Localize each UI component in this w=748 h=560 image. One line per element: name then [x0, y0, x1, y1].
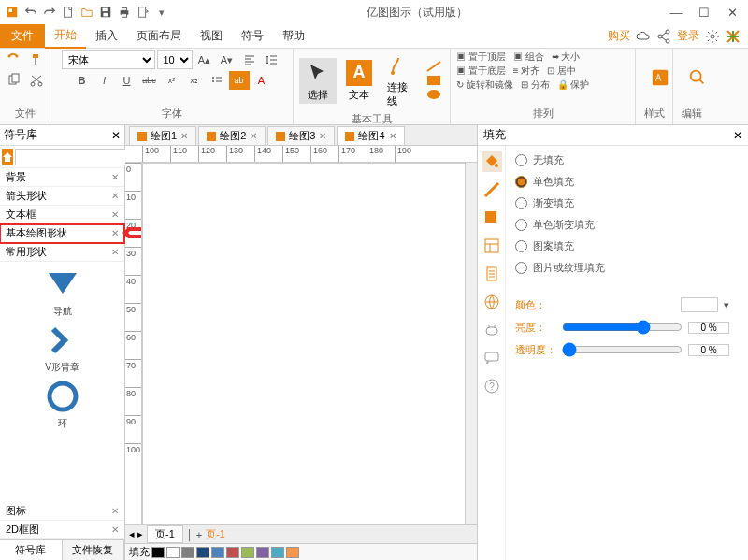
help-tab-icon[interactable]: ? [482, 376, 502, 396]
copy-icon[interactable] [4, 71, 24, 90]
group-button[interactable]: ▣ 组合 [513, 50, 544, 64]
menu-help[interactable]: 帮助 [273, 24, 314, 48]
paste-icon[interactable] [4, 50, 24, 69]
print-icon[interactable] [116, 4, 133, 21]
shape-chevron[interactable]: V形臂章 [44, 322, 81, 374]
swatch[interactable] [241, 547, 254, 558]
bullets-icon[interactable] [207, 71, 227, 90]
minimize-button[interactable]: — [664, 3, 688, 22]
cat-background[interactable]: 背景✕ [0, 168, 124, 187]
share-icon[interactable] [656, 29, 671, 44]
select-tool[interactable]: 选择 [299, 58, 337, 104]
edit-button[interactable] [679, 63, 716, 93]
menu-symbol[interactable]: 符号 [232, 24, 273, 48]
brightness-slider[interactable] [562, 320, 683, 335]
swatch[interactable] [271, 547, 284, 558]
swatch[interactable] [286, 547, 299, 558]
cat-basic-shapes[interactable]: 基本绘图形状✕ [0, 224, 124, 243]
image-tab-icon[interactable] [482, 292, 502, 312]
swatch[interactable] [196, 547, 209, 558]
fill-tab-icon[interactable] [482, 151, 502, 172]
buy-link[interactable]: 购买 [608, 28, 630, 44]
comment-tab-icon[interactable] [482, 348, 502, 368]
menu-insert[interactable]: 插入 [86, 24, 127, 48]
font-size-select[interactable]: 10 [157, 50, 193, 69]
home-icon[interactable] [2, 149, 13, 165]
protect-button[interactable]: 🔒 保护 [557, 79, 590, 92]
shape-navigation[interactable]: 导航 [44, 266, 81, 318]
opacity-slider[interactable] [562, 342, 683, 357]
redo-icon[interactable] [41, 4, 58, 21]
doc-tab-3[interactable]: 绘图3✕ [267, 126, 335, 145]
superscript-button[interactable]: x² [162, 71, 182, 90]
layout-tab-icon[interactable] [482, 236, 502, 256]
shape-ellipse-icon[interactable] [426, 89, 441, 100]
bring-front-button[interactable]: ▣ 置于顶层 [456, 50, 506, 64]
swatch[interactable] [226, 547, 239, 558]
gear-icon[interactable] [705, 29, 720, 44]
doc-tab-4[interactable]: 绘图4✕ [337, 126, 404, 145]
line-tab-icon[interactable] [482, 179, 502, 200]
shrink-font-icon[interactable]: A▾ [217, 50, 237, 69]
cat-common-shapes[interactable]: 常用形状✕ [0, 243, 124, 262]
fill-opt-gradient[interactable]: 渐变填充 [515, 196, 729, 210]
size-button[interactable]: ⬌ 大小 [552, 50, 581, 64]
menu-pagelayout[interactable]: 页面布局 [127, 24, 191, 48]
page-tab-active[interactable]: 页-1 [206, 527, 225, 541]
swatch[interactable] [211, 547, 224, 558]
cat-2d-blocks[interactable]: 2D框图✕ [0, 521, 124, 539]
tab-recovery[interactable]: 文件恢复 [63, 540, 125, 560]
align-left-icon[interactable] [239, 50, 260, 69]
menu-start[interactable]: 开始 [45, 23, 86, 49]
bold-button[interactable]: B [72, 71, 93, 90]
cat-textbox[interactable]: 文本框✕ [0, 206, 124, 224]
tab-shapes[interactable]: 符号库 [0, 540, 63, 560]
menu-file[interactable]: 文件 [0, 24, 45, 48]
app-icon[interactable] [4, 4, 21, 21]
center-button[interactable]: ⊡ 居中 [547, 65, 576, 78]
login-link[interactable]: 登录 [677, 28, 699, 44]
fill-opt-picture[interactable]: 图片或纹理填充 [515, 261, 729, 275]
swatch[interactable] [151, 547, 165, 558]
cat-icons[interactable]: 图标✕ [0, 502, 124, 521]
fill-opt-solid[interactable]: 单色填充 [515, 175, 729, 189]
distribute-button[interactable]: ⊞ 分布 [521, 79, 550, 92]
shape-line-icon[interactable] [426, 61, 441, 72]
strikethrough-button[interactable]: abc [139, 71, 160, 90]
page-tab-1[interactable]: 页-1 [147, 525, 183, 543]
save-icon[interactable] [97, 4, 114, 21]
subscript-button[interactable]: x₂ [184, 71, 205, 90]
cat-arrow-shapes[interactable]: 箭头形状✕ [0, 187, 124, 206]
text-tab-icon[interactable] [482, 320, 502, 340]
export-icon[interactable] [135, 4, 151, 21]
color-picker[interactable] [681, 297, 718, 312]
add-page-button[interactable]: │ + [187, 529, 202, 540]
shadow-tab-icon[interactable] [482, 208, 502, 228]
panel-close-icon[interactable]: ✕ [111, 129, 121, 142]
fill-opt-mono-gradient[interactable]: 单色渐变填充 [515, 218, 729, 232]
underline-button[interactable]: U [117, 71, 137, 90]
menu-view[interactable]: 视图 [191, 24, 232, 48]
cloud-icon[interactable] [636, 29, 651, 44]
qat-dropdown-icon[interactable]: ▾ [153, 4, 170, 21]
format-painter-icon[interactable] [26, 50, 47, 69]
align-button[interactable]: ≡ 对齐 [513, 65, 540, 78]
shape-rect-icon[interactable] [426, 75, 441, 86]
fill-opt-pattern[interactable]: 图案填充 [515, 239, 729, 253]
doc-tab-1[interactable]: 绘图1✕ [129, 126, 196, 145]
grow-font-icon[interactable]: A▴ [194, 50, 215, 69]
doc-tab-2[interactable]: 绘图2✕ [198, 126, 266, 145]
brightness-value[interactable] [688, 322, 729, 334]
swatch[interactable] [256, 547, 269, 558]
shape-ring[interactable]: 环 [44, 378, 81, 430]
opacity-value[interactable] [688, 344, 729, 356]
cut-icon[interactable] [26, 71, 47, 90]
text-tool[interactable]: A 文本 [340, 58, 378, 104]
connector-tool[interactable]: 连接线 [381, 50, 419, 110]
swatch[interactable] [181, 547, 194, 558]
swatch[interactable] [166, 547, 180, 558]
italic-button[interactable]: I [94, 71, 115, 90]
drawing-canvas[interactable] [142, 163, 466, 524]
send-back-button[interactable]: ▣ 置于底层 [456, 65, 506, 78]
maximize-button[interactable]: ☐ [692, 3, 716, 22]
